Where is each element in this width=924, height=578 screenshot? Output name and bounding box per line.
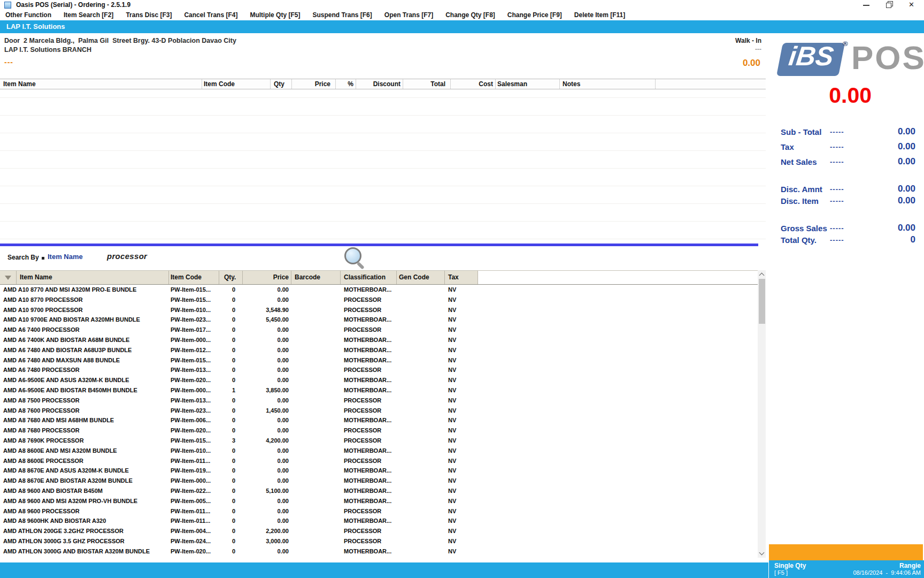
item-row[interactable]: AMD A6-9500E AND BIOSTAR B450MH BUNDLEPW… — [0, 385, 758, 396]
sort-indicator-icon[interactable] — [5, 276, 11, 280]
cell-item-code: PW-Item-011... — [171, 516, 218, 526]
cell-qty: 0 — [222, 536, 245, 546]
item-row[interactable]: AMD A6 7480 PROCESSORPW-Item-013...00.00… — [0, 365, 758, 375]
cell-tax: NV — [448, 305, 475, 315]
cell-classification: MOTHERBOAR... — [344, 335, 395, 345]
item-row[interactable]: AMD A8 8600E AND MSI A320M BUNDLEPW-Item… — [0, 446, 758, 456]
item-row[interactable]: AMD A6 7480 AND MAXSUN A88 BUNDLEPW-Item… — [0, 355, 758, 366]
item-row[interactable]: AMD A6 7480 AND BIOSTAR A68U3P BUNDLEPW-… — [0, 345, 758, 355]
item-row[interactable]: AMD A8 9600 PROCESSORPW-Item-011...00.00… — [0, 506, 758, 516]
cell-classification: PROCESSOR — [344, 325, 395, 335]
menu-item-cancel-trans-f4[interactable]: Cancel Trans [F4] — [184, 11, 237, 19]
item-row[interactable]: AMD A8 7680 AND MSI A68HM BUNDLEPW-Item-… — [0, 415, 758, 425]
cell-tax: NV — [448, 375, 475, 385]
menu-item-item-search-f2[interactable]: Item Search [F2] — [64, 11, 113, 19]
item-row[interactable]: AMD A10 9700E AND BIOSTAR A320MH BUNDLEP… — [0, 315, 758, 325]
section-divider — [0, 244, 758, 246]
item-row[interactable]: AMD A6-9500E AND ASUS A320M-K BUNDLEPW-I… — [0, 375, 758, 385]
item-row[interactable]: AMD ATHLON 3000G 3.5 GHZ PROCESSORPW-Ite… — [0, 536, 758, 546]
cell-qty: 0 — [222, 526, 245, 536]
menu-item-trans-disc-f3[interactable]: Trans Disc [F3] — [126, 11, 172, 19]
qty-mode-label: Single Qty — [774, 562, 806, 569]
item-row[interactable]: AMD A8 9600 AND BIOSTAR B450MPW-Item-022… — [0, 486, 758, 496]
message-box — [769, 544, 923, 560]
magnifier-handle — [357, 262, 365, 270]
cell-tax: NV — [448, 486, 475, 496]
cell-price: 0.00 — [278, 516, 289, 526]
menu-item-other-function[interactable]: Other Function — [5, 11, 51, 19]
menu-item-change-price-f9[interactable]: Change Price [F9] — [507, 11, 562, 19]
total-value: 0.00 — [898, 156, 915, 167]
cell-qty: 0 — [222, 415, 245, 425]
menu-item-delete-item-f11[interactable]: Delete Item [F11] — [574, 11, 625, 19]
items-col-item-name[interactable]: Item Name — [20, 271, 52, 284]
cell-item-name: AMD A6 7400K AND BIOSTAR A68M BUNDLE — [3, 335, 167, 345]
vertical-scrollbar[interactable] — [758, 270, 766, 558]
items-col-classification[interactable]: Classification — [344, 271, 386, 284]
cell-classification: PROCESSOR — [344, 506, 395, 516]
search-field-selector[interactable]: Item Name — [48, 253, 83, 261]
item-row[interactable]: AMD A8 8670E AND ASUS A320M-K BUNDLEPW-I… — [0, 466, 758, 476]
cell-classification: PROCESSOR — [344, 425, 395, 436]
item-row[interactable]: AMD A6 7400 PROCESSORPW-Item-017...00.00… — [0, 325, 758, 335]
item-row[interactable]: AMD ATHLON 3000G AND BIOSTAR A320M BUNDL… — [0, 546, 758, 557]
cell-classification: MOTHERBOAR... — [344, 315, 395, 325]
grid-line — [0, 221, 766, 222]
scroll-up-icon[interactable] — [759, 273, 765, 278]
column-separator — [403, 79, 403, 89]
cell-item-name: AMD A8 7600 PROCESSOR — [3, 406, 167, 416]
scroll-down-icon[interactable] — [759, 550, 765, 556]
item-row[interactable]: AMD A8 8600E PROCESSORPW-Item-011...00.0… — [0, 456, 758, 466]
cell-classification: PROCESSOR — [344, 526, 395, 536]
menu-item-change-qty-f8[interactable]: Change Qty [F8] — [445, 11, 495, 19]
items-col-gen-code[interactable]: Gen Code — [399, 271, 429, 284]
branch-name: LAP I.T. Solutions — [6, 20, 65, 33]
cell-item-name: AMD A8 7500 PROCESSOR — [3, 396, 167, 406]
item-row[interactable]: AMD A10 9700 PROCESSORPW-Item-010...03,5… — [0, 305, 758, 315]
item-row[interactable]: AMD A8 7680 PROCESSORPW-Item-020...00.00… — [0, 425, 758, 436]
total-separator: ----- — [830, 224, 844, 232]
item-row[interactable]: AMD A8 7690K PROCESSORPW-Item-015...34,2… — [0, 436, 758, 446]
cell-tax: NV — [448, 496, 475, 506]
item-row[interactable]: AMD A10 8770 AND MSI A320M PRO-E BUNDLEP… — [0, 285, 758, 295]
items-col-barcode[interactable]: Barcode — [295, 271, 320, 284]
cell-tax: NV — [448, 325, 475, 335]
item-row[interactable]: AMD A8 9600 AND MSI A320M PRO-VH BUNDLEP… — [0, 496, 758, 506]
search-input[interactable]: processor — [107, 252, 147, 261]
column-separator — [242, 271, 243, 284]
item-row[interactable]: AMD ATHLON 200GE 3.2GHZ PROCESSORPW-Item… — [0, 526, 758, 536]
cell-price: 1,450.00 — [266, 406, 289, 416]
item-row[interactable]: AMD A10 8770 PROCESSORPW-Item-015...00.0… — [0, 295, 758, 305]
cell-qty: 0 — [222, 466, 245, 476]
total-label: Tax — [781, 142, 794, 151]
cell-item-code: PW-Item-011... — [171, 506, 218, 516]
scrollbar-thumb[interactable] — [759, 279, 765, 324]
items-col-item-code[interactable]: Item Code — [171, 271, 202, 284]
items-col-price[interactable]: Price — [273, 271, 289, 284]
search-icon[interactable] — [344, 247, 366, 269]
column-separator — [450, 79, 451, 89]
cell-tax: NV — [448, 526, 475, 536]
menu-item-open-trans-f7[interactable]: Open Trans [F7] — [384, 11, 433, 19]
item-row[interactable]: AMD A8 9600HK AND BIOSTAR A320PW-Item-01… — [0, 516, 758, 526]
total-row-disc-amnt: Disc. Amnt-----0.00 — [768, 184, 924, 195]
column-separator — [16, 271, 17, 284]
grid-line — [0, 168, 766, 169]
cell-classification: PROCESSOR — [344, 305, 395, 315]
column-separator — [291, 79, 292, 89]
item-row[interactable]: AMD A8 8670E AND BIOSTAR A320M BUNDLEPW-… — [0, 476, 758, 486]
column-separator — [478, 271, 478, 284]
menu-item-suspend-trans-f6[interactable]: Suspend Trans [F6] — [312, 11, 372, 19]
cell-price: 5,100.00 — [266, 486, 289, 496]
cell-item-name: AMD A8 8600E PROCESSOR — [3, 456, 167, 466]
menu-item-multiple-qty-f5[interactable]: Multiple Qty [F5] — [250, 11, 300, 19]
cell-item-code: PW-Item-000... — [171, 335, 218, 345]
items-col-tax[interactable]: Tax — [448, 271, 459, 284]
total-separator: ----- — [830, 158, 844, 166]
item-row[interactable]: AMD A6 7400K AND BIOSTAR A68M BUNDLEPW-I… — [0, 335, 758, 345]
item-row[interactable]: AMD A8 7600 PROCESSORPW-Item-023...01,45… — [0, 406, 758, 416]
items-col-qty[interactable]: Qty. — [224, 271, 236, 284]
cell-tax: NV — [448, 295, 475, 305]
item-row[interactable]: AMD A8 7500 PROCESSORPW-Item-013...00.00… — [0, 396, 758, 406]
column-separator — [356, 79, 356, 89]
